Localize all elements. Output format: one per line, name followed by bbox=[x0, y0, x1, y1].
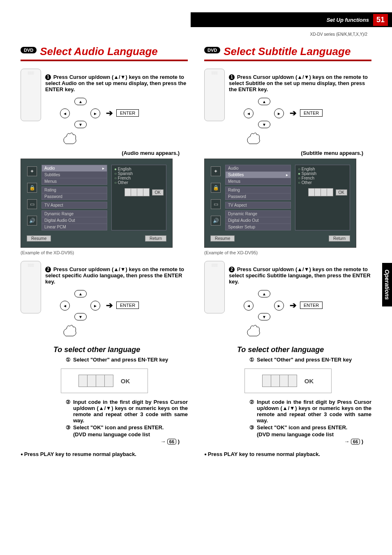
footer-note: Press PLAY key to resume normal playback… bbox=[204, 451, 371, 457]
dpad-illustration: ▲ ▼ ◄ ► bbox=[241, 98, 286, 128]
dpad-right-icon: ► bbox=[274, 108, 284, 118]
lang-option: English bbox=[114, 167, 164, 171]
step2-text: 2 Press Cursor up/down (▲/▼) keys on the… bbox=[45, 266, 188, 285]
menu-item: Rating bbox=[42, 187, 107, 193]
code-entry-box bbox=[125, 188, 150, 196]
ok-code-illustration: OK bbox=[61, 368, 148, 393]
page-ref-num: 66 bbox=[351, 439, 360, 444]
example-caption: (Example of the XD-DV95) bbox=[204, 250, 371, 255]
menu-item: Rating bbox=[226, 187, 291, 193]
remote-illustration: ░░░ bbox=[204, 69, 225, 121]
header-section: Set Up functions bbox=[327, 17, 369, 23]
resume-button: Resume bbox=[27, 235, 51, 242]
menu-screenshot-subtitle: ✦ 🔒 ▭ 🔊 Audio Subtitles Menus Rating bbox=[204, 159, 356, 248]
dpad-down-icon: ▼ bbox=[74, 313, 87, 320]
step-num-2: 2 bbox=[45, 267, 51, 272]
list-num-3: ③ bbox=[249, 424, 255, 431]
section-title-subtitle: Select Subtitle Language bbox=[224, 45, 350, 58]
menu-item: Audio bbox=[42, 165, 107, 172]
list-num-2: ② bbox=[66, 399, 71, 424]
step1-content: Press Cursor up/down (▲/▼) keys on the r… bbox=[45, 74, 186, 92]
step1-text: 1 Press Cursor up/down (▲/▼) keys on the… bbox=[229, 74, 371, 92]
codelist-text: (DVD menu language code list bbox=[73, 431, 150, 438]
dpad-left-icon: ◄ bbox=[244, 301, 254, 311]
menu-item: Digital Audio Out bbox=[42, 217, 107, 224]
step1-text: 1 Press Cursor up/down (▲/▼) keys on the… bbox=[45, 74, 188, 92]
subtitle-menu-appears: (Subtitle menu appears.) bbox=[204, 150, 363, 156]
dpad-up-icon: ▲ bbox=[74, 98, 87, 105]
step2-content: Press Cursor up/down (▲/▼) keys on the r… bbox=[229, 266, 371, 285]
step-num-1: 1 bbox=[229, 74, 235, 80]
menu-category-icon: 🔒 bbox=[27, 183, 37, 193]
dpad-down-icon: ▼ bbox=[258, 313, 270, 320]
dvd-badge: DVD bbox=[21, 47, 37, 53]
lang-option: Other bbox=[114, 180, 164, 185]
lang-option: Spanish bbox=[114, 171, 164, 176]
other-step2: Input code in the first digit by Press C… bbox=[73, 399, 188, 424]
remote-illustration: ░░░ bbox=[21, 69, 41, 121]
dpad-up-icon: ▲ bbox=[74, 290, 87, 297]
enter-key-label: ENTER bbox=[300, 302, 323, 309]
remote-illustration: ░░░ bbox=[204, 261, 225, 313]
step-num-2: 2 bbox=[229, 267, 235, 272]
menu-item: Speaker Setup bbox=[226, 224, 291, 230]
red-rule bbox=[21, 60, 188, 61]
menu-item: Subtitles bbox=[42, 172, 107, 178]
dvd-badge: DVD bbox=[204, 47, 220, 53]
step2-text: 2 Press Cursor up/down (▲/▼) keys on the… bbox=[229, 266, 371, 285]
dpad-illustration: ▲ ▼ ◄ ► bbox=[58, 98, 103, 128]
dpad-down-icon: ▼ bbox=[74, 121, 87, 128]
other-language-title: To select other language bbox=[237, 345, 371, 354]
enter-key-label: ENTER bbox=[116, 109, 139, 117]
ok-button: OK bbox=[152, 189, 164, 196]
list-num-1: ① bbox=[66, 357, 71, 363]
dpad-right-icon: ► bbox=[274, 301, 284, 311]
left-column: DVD Select Audio Language ░░░ 1 Press Cu… bbox=[21, 45, 188, 457]
right-column: DVD Select Subtitle Language ░░░ 1 Press… bbox=[204, 45, 371, 457]
return-button: Return bbox=[329, 235, 350, 242]
dpad-left-icon: ◄ bbox=[60, 108, 70, 118]
menu-item: TV Aspect bbox=[42, 202, 107, 208]
other-step3: Select "OK" icon and press ENTER. bbox=[257, 424, 347, 431]
lang-option: Other bbox=[298, 180, 347, 185]
header-bar: Set Up functions 51 bbox=[191, 12, 392, 27]
hand-press-icon bbox=[245, 322, 262, 337]
hand-press-icon bbox=[245, 130, 262, 145]
menu-category-icon: ▭ bbox=[27, 199, 37, 209]
arrow-right-icon: ➔ bbox=[290, 108, 297, 118]
lang-option: Spanish bbox=[298, 171, 347, 176]
menu-item: Dynamic Range bbox=[42, 211, 107, 217]
menu-item: TV Aspect bbox=[226, 202, 291, 208]
menu-item: Audio bbox=[226, 165, 291, 172]
side-tab-operations: Operations bbox=[382, 263, 392, 306]
remote-illustration: ░░░ bbox=[21, 261, 41, 313]
enter-key-label: ENTER bbox=[116, 302, 139, 309]
lang-option: French bbox=[114, 176, 164, 180]
arrow-right-icon: ➔ bbox=[106, 300, 113, 310]
dpad-right-icon: ► bbox=[90, 108, 100, 118]
return-button: Return bbox=[145, 235, 166, 242]
menu-category-icon: 🔒 bbox=[211, 183, 221, 193]
example-caption: (Example of the XD-DV95) bbox=[21, 250, 188, 255]
menu-item: Dynamic Range bbox=[226, 211, 291, 217]
dpad-right-icon: ► bbox=[90, 301, 100, 311]
menu-item: Menus bbox=[42, 178, 107, 184]
dpad-illustration: ▲ ▼ ◄ ► bbox=[241, 290, 286, 320]
other-step2: Input code in the first digit by Press C… bbox=[257, 399, 371, 424]
menu-item: Menus bbox=[226, 178, 291, 184]
menu-item: Password bbox=[42, 193, 107, 200]
other-step1: Select "Other" and press EN-TER key bbox=[257, 357, 352, 363]
menu-item: Linear PCM bbox=[42, 224, 107, 230]
menu-item: Password bbox=[226, 193, 291, 200]
page-ref: → 66 ) bbox=[21, 438, 180, 444]
codelist-text: (DVD menu language code list bbox=[257, 431, 334, 438]
hand-press-icon bbox=[62, 130, 78, 145]
dpad-up-icon: ▲ bbox=[258, 290, 270, 297]
footer-note: Press PLAY key to resume normal playback… bbox=[21, 451, 188, 457]
arrow-right-icon: ➔ bbox=[290, 300, 297, 310]
page-ref-num: 66 bbox=[167, 439, 176, 444]
hand-press-icon bbox=[62, 322, 78, 337]
dpad-left-icon: ◄ bbox=[244, 108, 254, 118]
step2-content: Press Cursor up/down (▲/▼) keys on the r… bbox=[45, 266, 184, 285]
step-num-1: 1 bbox=[45, 74, 51, 80]
